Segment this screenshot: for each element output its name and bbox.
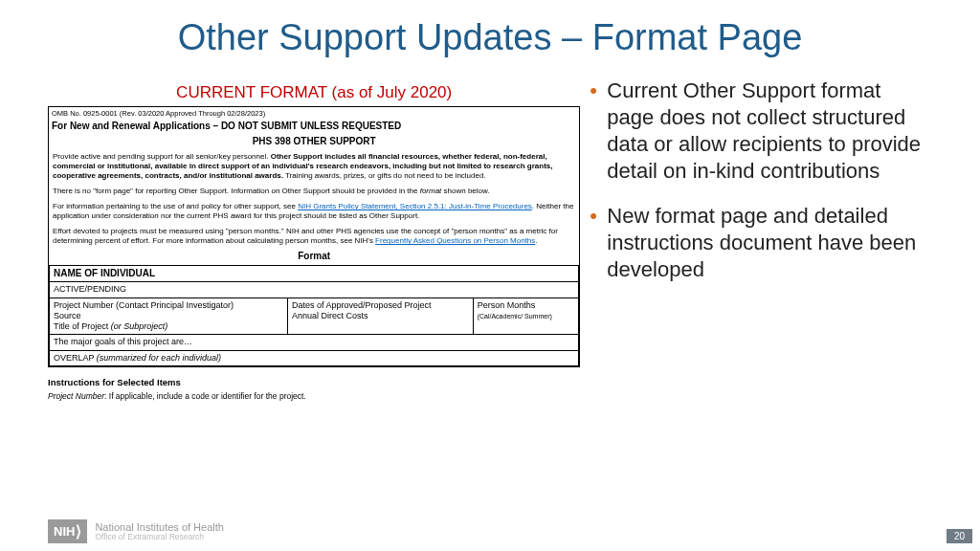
instructions-heading: Instructions for Selected Items — [48, 377, 580, 387]
format-heading: Format — [49, 249, 579, 265]
overlap-b: (summarized for each individual) — [97, 353, 221, 363]
right-column: Current Other Support format page does n… — [580, 64, 932, 401]
page-number: 20 — [947, 529, 972, 543]
p3a: For information pertaining to the use of… — [53, 202, 298, 210]
p2c: shown below. — [441, 187, 489, 195]
p1a: Provide active and pending support for a… — [53, 152, 271, 161]
nih-text: NIH — [54, 524, 75, 539]
slide-title: Other Support Updates – Format Page — [0, 0, 980, 64]
p2a: There is no "form page" for reporting Ot… — [53, 187, 420, 195]
instructions-para: Project Number: If applicable, include a… — [48, 391, 580, 401]
c3b: (Cal/Academic/ Summer) — [478, 313, 552, 320]
overlap-a: OVERLAP — [54, 353, 97, 363]
c3a: Person Months — [478, 300, 536, 310]
c1c: Title of Project — [54, 321, 111, 331]
bullet-list: Current Other Support format page does n… — [590, 64, 932, 283]
bullet-2: New format page and detailed instruction… — [590, 203, 932, 283]
format-table: NAME OF INDIVIDUAL ACTIVE/PENDING Projec… — [49, 265, 579, 366]
policy-link[interactable]: NIH Grants Policy Statement, Section 2.5… — [298, 202, 532, 210]
col2: Dates of Approved/Proposed Project Annua… — [288, 298, 474, 335]
form-para-1: Provide active and pending support for a… — [49, 149, 579, 184]
c2b: Annual Direct Costs — [292, 311, 368, 320]
c1d: (or Subproject) — [111, 321, 168, 331]
left-column: CURRENT FORMAT (as of July 2020) OMB No.… — [48, 64, 580, 401]
goals-row: The major goals of this project are… — [50, 335, 579, 350]
footer: NIH⟩ National Institutes of Health Offic… — [48, 519, 224, 543]
active-row: ACTIVE/PENDING — [50, 282, 579, 298]
p1c: Training awards, prizes, or gifts do not… — [283, 171, 486, 180]
content-area: CURRENT FORMAT (as of July 2020) OMB No.… — [0, 64, 980, 401]
chevron-icon: ⟩ — [76, 522, 81, 540]
form-para-2: There is no "form page" for reporting Ot… — [49, 184, 579, 199]
form-para-4: Effort devoted to projects must be measu… — [49, 224, 579, 249]
request-line: For New and Renewal Applications – DO NO… — [49, 120, 579, 134]
bullet-1: Current Other Support format page does n… — [590, 77, 932, 186]
c1a: Project Number (Contact Principal Invest… — [54, 300, 234, 310]
p2b: format — [420, 187, 442, 195]
instr-a: Project Number — [48, 391, 104, 401]
overlap-row: OVERLAP (summarized for each individual) — [50, 350, 579, 365]
name-row: NAME OF INDIVIDUAL — [50, 265, 579, 282]
instr-b: : If applicable, include a code or ident… — [104, 391, 306, 401]
nih-caption: National Institutes of Health Office of … — [95, 522, 224, 541]
c2a: Dates of Approved/Proposed Project — [292, 300, 432, 310]
form-para-3: For information pertaining to the use of… — [49, 199, 579, 224]
nih-logo: NIH⟩ — [48, 519, 87, 543]
footer-line2: Office of Extramural Research — [95, 533, 224, 541]
c1b: Source — [54, 311, 81, 320]
phs-title: PHS 398 OTHER SUPPORT — [49, 134, 579, 150]
current-format-label: CURRENT FORMAT (as of July 2020) — [48, 83, 580, 102]
form-sample: OMB No. 0925-0001 (Rev. 03/2020 Approved… — [48, 106, 580, 367]
col3: Person Months (Cal/Academic/ Summer) — [473, 298, 579, 335]
faq-link[interactable]: Frequently Asked Questions on Person Mon… — [375, 236, 535, 245]
omb-line: OMB No. 0925-0001 (Rev. 03/2020 Approved… — [49, 107, 579, 120]
p4b: . — [535, 236, 537, 245]
col1: Project Number (Contact Principal Invest… — [50, 298, 288, 335]
